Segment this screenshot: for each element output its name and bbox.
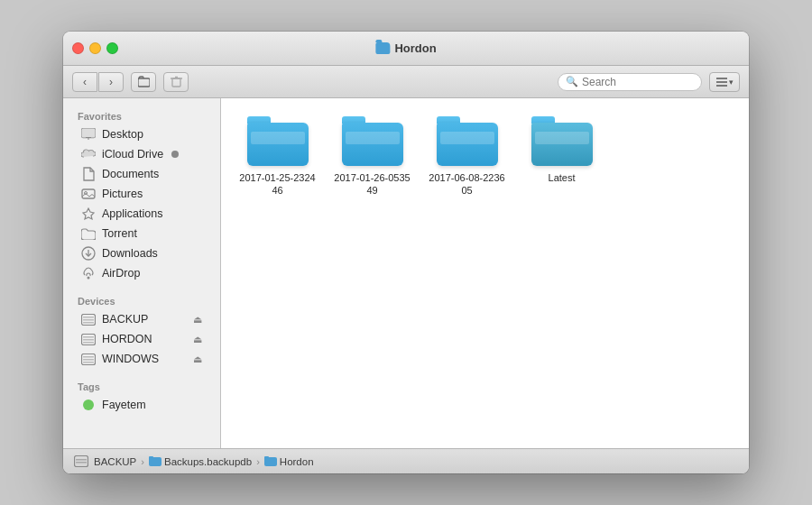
svg-rect-18 — [83, 317, 94, 318]
sidebar-item-icloud[interactable]: iCloud Drive — [67, 144, 217, 164]
search-icon: 🔍 — [566, 76, 578, 87]
documents-icon — [81, 167, 96, 181]
sidebar-pictures-label: Pictures — [102, 188, 143, 200]
title-text: Hordon — [394, 41, 436, 55]
sidebar-item-downloads[interactable]: Downloads — [67, 243, 217, 263]
sidebar-torrent-label: Torrent — [102, 227, 137, 240]
applications-icon — [81, 207, 96, 221]
svg-rect-27 — [83, 359, 94, 361]
breadcrumb: BACKUP › Backups.backupdb › Hordon — [94, 456, 314, 467]
backup-drive-icon — [81, 312, 96, 326]
sidebar-item-applications[interactable]: Applications — [67, 204, 217, 224]
airdrop-icon — [81, 266, 96, 280]
delete-button[interactable] — [163, 72, 189, 92]
breadcrumb-folder-hordon[interactable]: Hordon — [264, 456, 314, 467]
sidebar-fayetem-label: Fayetem — [102, 399, 146, 411]
icloud-badge — [171, 151, 179, 158]
svg-rect-20 — [83, 322, 94, 324]
statusbar: BACKUP › Backups.backupdb › Hordon — [63, 448, 749, 473]
breadcrumb-folder-backups[interactable]: Backups.backupdb — [149, 456, 252, 467]
icloud-icon — [81, 147, 96, 161]
finder-window: Hordon ‹ › 🔍 — [63, 32, 749, 473]
hordon-eject-icon[interactable]: ⏏ — [193, 334, 202, 345]
sidebar-airdrop-label: AirDrop — [102, 267, 140, 280]
svg-rect-1 — [138, 78, 143, 87]
devices-header: Devices — [63, 290, 220, 309]
breadcrumb-folder-icon — [149, 456, 161, 466]
sidebar: Favorites Desktop — [63, 98, 221, 448]
nav-buttons: ‹ › — [72, 72, 124, 92]
search-input[interactable] — [582, 76, 694, 88]
sidebar-backup-label: BACKUP — [102, 313, 148, 326]
new-folder-button[interactable] — [131, 72, 156, 92]
files-grid: 2017-01-25-232446 2017-01-26-053549 — [239, 116, 731, 197]
downloads-icon — [81, 246, 96, 261]
file-name: 2017-01-25-232446 — [239, 171, 316, 197]
sidebar-item-desktop[interactable]: Desktop — [67, 124, 217, 144]
breadcrumb-sep-1: › — [141, 456, 144, 467]
file-item[interactable]: Latest — [523, 116, 600, 197]
backup-eject-icon[interactable]: ⏏ — [193, 314, 202, 326]
sidebar-item-fayetem[interactable]: Fayetem — [67, 395, 217, 415]
tags-header: Tags — [63, 376, 220, 395]
hordon-drive-icon — [81, 332, 96, 346]
sidebar-item-pictures[interactable]: Pictures — [67, 184, 217, 204]
close-button[interactable] — [72, 42, 84, 54]
sidebar-item-airdrop[interactable]: AirDrop — [67, 263, 217, 283]
svg-rect-22 — [83, 336, 94, 338]
maximize-button[interactable] — [106, 42, 118, 54]
sidebar-item-hordon[interactable]: HORDON ⏏ — [67, 329, 217, 349]
minimize-button[interactable] — [89, 42, 101, 54]
windows-drive-icon — [81, 352, 96, 366]
breadcrumb-sep-2: › — [256, 456, 260, 467]
svg-rect-2 — [172, 78, 180, 87]
back-button[interactable]: ‹ — [72, 72, 97, 92]
svg-point-16 — [88, 277, 90, 280]
folder-icon — [247, 116, 309, 166]
sidebar-windows-label: WINDOWS — [102, 353, 159, 365]
svg-rect-30 — [76, 459, 87, 461]
pictures-icon — [81, 187, 96, 201]
file-area: 2017-01-25-232446 2017-01-26-053549 — [221, 98, 749, 448]
sidebar-item-torrent[interactable]: Torrent — [67, 224, 217, 243]
sidebar-item-windows[interactable]: WINDOWS ⏏ — [67, 349, 217, 369]
svg-rect-12 — [82, 189, 95, 198]
titlebar: Hordon — [63, 32, 749, 66]
forward-button[interactable]: › — [98, 72, 124, 92]
sidebar-icloud-label: iCloud Drive — [102, 148, 163, 161]
svg-rect-23 — [83, 339, 94, 341]
windows-eject-icon[interactable]: ⏏ — [193, 354, 202, 365]
search-bar[interactable]: 🔍 — [558, 73, 702, 91]
sidebar-item-backup[interactable]: BACKUP ⏏ — [67, 309, 217, 329]
svg-rect-24 — [83, 342, 94, 344]
favorites-header: Favorites — [63, 106, 220, 124]
torrent-icon — [81, 226, 96, 241]
sidebar-hordon-label: HORDON — [102, 333, 152, 345]
sidebar-documents-label: Documents — [102, 168, 159, 180]
file-item[interactable]: 2017-01-25-232446 — [239, 116, 316, 197]
view-options-button[interactable]: ▾ — [709, 72, 740, 92]
sidebar-applications-label: Applications — [102, 207, 162, 220]
sidebar-downloads-label: Downloads — [102, 247, 158, 260]
svg-rect-28 — [83, 362, 94, 363]
folder-icon — [342, 116, 403, 166]
svg-rect-31 — [76, 462, 87, 464]
file-name: 2017-06-08-223605 — [429, 171, 505, 197]
main-content: Favorites Desktop — [63, 98, 749, 448]
folder-icon — [531, 116, 593, 166]
desktop-icon — [81, 127, 96, 142]
svg-rect-26 — [83, 356, 94, 358]
breadcrumb-folder-icon-2 — [264, 456, 277, 466]
sidebar-item-documents[interactable]: Documents — [67, 164, 217, 184]
file-item[interactable]: 2017-06-08-223605 — [429, 116, 505, 197]
file-name: Latest — [549, 171, 576, 184]
fayetem-tag-icon — [81, 398, 96, 412]
file-name: 2017-01-26-053549 — [334, 171, 411, 197]
file-item[interactable]: 2017-01-26-053549 — [334, 116, 411, 197]
toolbar: ‹ › 🔍 — [63, 66, 749, 98]
svg-rect-9 — [82, 129, 96, 138]
folder-icon — [437, 116, 498, 166]
statusbar-drive-icon — [74, 454, 88, 469]
breadcrumb-backup[interactable]: BACKUP — [94, 456, 136, 467]
sidebar-desktop-label: Desktop — [102, 128, 143, 141]
